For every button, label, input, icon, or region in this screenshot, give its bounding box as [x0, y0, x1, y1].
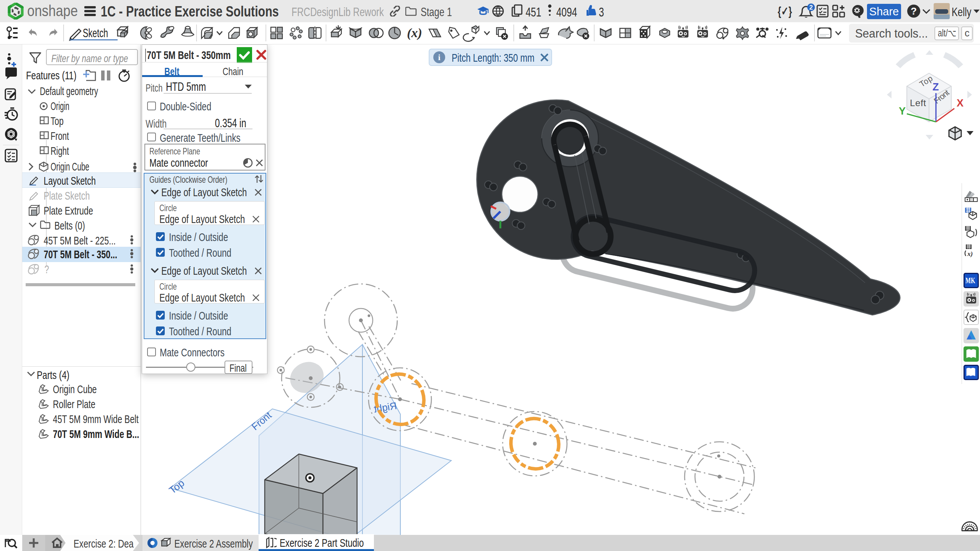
svg-text:?: ? — [911, 5, 917, 17]
svg-text:Left: Left — [910, 98, 926, 108]
svg-text:Search tools...: Search tools... — [855, 27, 928, 40]
svg-text:alt/⌥: alt/⌥ — [938, 28, 956, 38]
svg-text:Origin Cube: Origin Cube — [51, 161, 89, 173]
svg-text:(x): (x) — [407, 26, 422, 40]
svg-text:HELLO: HELLO — [819, 29, 831, 33]
svg-text:Z: Z — [932, 81, 939, 93]
svg-text:2: 2 — [809, 4, 813, 11]
svg-text:Right: Right — [51, 145, 69, 157]
svg-text:Sketch: Sketch — [83, 26, 108, 40]
svg-text:x): x) — [967, 250, 973, 257]
svg-text:Origin: Origin — [51, 100, 69, 112]
svg-text:Y: Y — [899, 105, 906, 117]
svg-text:Front: Front — [51, 130, 69, 142]
svg-text:Top: Top — [51, 115, 64, 127]
svg-text:Default geometry: Default geometry — [40, 85, 98, 97]
svg-text:X: X — [957, 97, 964, 109]
svg-text:c: c — [965, 28, 970, 38]
